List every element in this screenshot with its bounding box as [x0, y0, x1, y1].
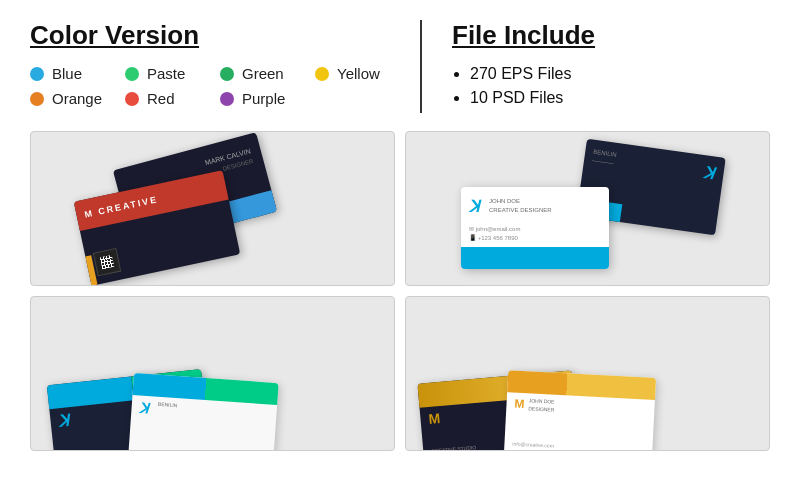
green-dot: [220, 67, 234, 81]
mockup-3: ꓘ ꓘ BENILIN: [31, 297, 394, 450]
red-dot: [125, 92, 139, 106]
color-green: Green: [220, 65, 315, 82]
preview-card-2: ꓘ BENILIN───── ꓘ JOHN DOECREATIVE DESIGN…: [405, 131, 770, 286]
color-version-section: Color Version Blue Paste Green Yellow: [30, 20, 410, 113]
file-include-section: File Include 270 EPS Files 10 PSD Files: [420, 20, 770, 113]
page-container: Color Version Blue Paste Green Yellow: [0, 0, 800, 500]
file-eps: 270 EPS Files: [470, 65, 770, 83]
file-psd: 10 PSD Files: [470, 89, 770, 107]
color-purple: Purple: [220, 90, 315, 107]
purple-label: Purple: [242, 90, 285, 107]
file-include-title: File Include: [452, 20, 770, 51]
preview-grid: MARK CALVINDESIGNER M CREATIVE: [30, 131, 770, 451]
mockup-4: M CREATIVE STUDIO─────────── M JOHN DOED…: [406, 297, 769, 450]
preview-card-4: M CREATIVE STUDIO─────────── M JOHN DOED…: [405, 296, 770, 451]
card-dark-bottom: M CREATIVE: [74, 170, 241, 286]
card-white-3: ꓘ BENILIN: [128, 373, 278, 450]
top-section: Color Version Blue Paste Green Yellow: [30, 20, 770, 113]
blue-label: Blue: [52, 65, 82, 82]
purple-dot: [220, 92, 234, 106]
green-label: Green: [242, 65, 284, 82]
color-blue: Blue: [30, 65, 125, 82]
card-white-4: M JOHN DOEDESIGNER info@creative.com: [504, 370, 656, 450]
mockup-2: ꓘ BENILIN───── ꓘ JOHN DOECREATIVE DESIGN…: [406, 132, 769, 285]
orange-label: Orange: [52, 90, 102, 107]
color-empty: [315, 90, 410, 107]
blue-dot: [30, 67, 44, 81]
yellow-dot: [315, 67, 329, 81]
mockup-1: MARK CALVINDESIGNER M CREATIVE: [31, 132, 394, 285]
paste-label: Paste: [147, 65, 185, 82]
color-orange: Orange: [30, 90, 125, 107]
file-list: 270 EPS Files 10 PSD Files: [452, 65, 770, 107]
color-grid: Blue Paste Green Yellow Orange: [30, 65, 410, 107]
red-label: Red: [147, 90, 175, 107]
color-red: Red: [125, 90, 220, 107]
yellow-label: Yellow: [337, 65, 380, 82]
preview-card-3: ꓘ ꓘ BENILIN: [30, 296, 395, 451]
paste-dot: [125, 67, 139, 81]
preview-card-1: MARK CALVINDESIGNER M CREATIVE: [30, 131, 395, 286]
color-yellow: Yellow: [315, 65, 410, 82]
color-version-title: Color Version: [30, 20, 410, 51]
color-paste: Paste: [125, 65, 220, 82]
card-white-2: ꓘ JOHN DOECREATIVE DESIGNER ✉ john@email…: [461, 187, 609, 269]
orange-dot: [30, 92, 44, 106]
